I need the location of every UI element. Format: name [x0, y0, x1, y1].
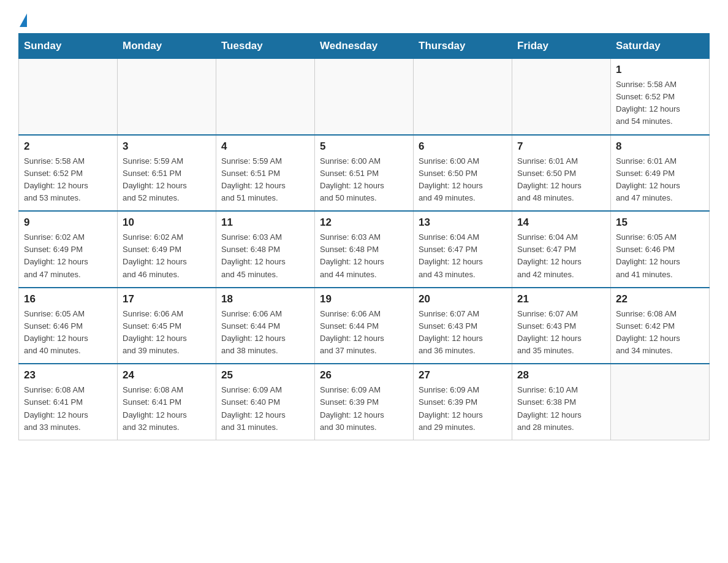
- calendar-cell: 9Sunrise: 6:02 AM Sunset: 6:49 PM Daylig…: [19, 211, 118, 288]
- header-saturday: Saturday: [611, 34, 710, 59]
- day-number: 17: [123, 293, 211, 305]
- header-thursday: Thursday: [414, 34, 512, 59]
- logo: [18, 12, 27, 27]
- calendar-cell: 21Sunrise: 6:07 AM Sunset: 6:43 PM Dayli…: [512, 288, 611, 364]
- calendar-table: SundayMondayTuesdayWednesdayThursdayFrid…: [18, 33, 710, 440]
- day-number: 9: [24, 216, 112, 229]
- logo-triangle-icon: [20, 13, 27, 27]
- day-number: 5: [320, 140, 408, 153]
- day-number: 28: [517, 369, 605, 381]
- calendar-cell: 8Sunrise: 6:01 AM Sunset: 6:49 PM Daylig…: [611, 135, 710, 212]
- header-sunday: Sunday: [19, 34, 118, 59]
- day-number: 4: [221, 140, 309, 153]
- day-number: 7: [517, 140, 605, 153]
- calendar-cell: 4Sunrise: 5:59 AM Sunset: 6:51 PM Daylig…: [216, 135, 315, 212]
- calendar-cell: 15Sunrise: 6:05 AM Sunset: 6:46 PM Dayli…: [611, 211, 710, 288]
- day-number: 24: [123, 369, 211, 381]
- calendar-cell: 1Sunrise: 5:58 AM Sunset: 6:52 PM Daylig…: [611, 59, 710, 135]
- day-number: 10: [123, 216, 211, 229]
- day-number: 26: [320, 369, 408, 381]
- calendar-cell: 19Sunrise: 6:06 AM Sunset: 6:44 PM Dayli…: [315, 288, 414, 364]
- day-info: Sunrise: 6:08 AM Sunset: 6:42 PM Dayligh…: [616, 308, 704, 358]
- day-number: 3: [123, 140, 211, 153]
- day-info: Sunrise: 6:09 AM Sunset: 6:39 PM Dayligh…: [419, 384, 507, 434]
- calendar-cell: 16Sunrise: 6:05 AM Sunset: 6:46 PM Dayli…: [19, 288, 118, 364]
- day-info: Sunrise: 6:01 AM Sunset: 6:49 PM Dayligh…: [616, 155, 704, 205]
- calendar-cell: [414, 59, 512, 135]
- day-number: 14: [517, 216, 605, 229]
- day-info: Sunrise: 6:05 AM Sunset: 6:46 PM Dayligh…: [616, 231, 704, 281]
- calendar-cell: 24Sunrise: 6:08 AM Sunset: 6:41 PM Dayli…: [118, 364, 216, 440]
- day-info: Sunrise: 6:04 AM Sunset: 6:47 PM Dayligh…: [517, 231, 605, 281]
- day-info: Sunrise: 5:58 AM Sunset: 6:52 PM Dayligh…: [24, 155, 112, 205]
- day-info: Sunrise: 6:10 AM Sunset: 6:38 PM Dayligh…: [517, 384, 605, 434]
- calendar-header-row: SundayMondayTuesdayWednesdayThursdayFrid…: [19, 34, 710, 59]
- calendar-cell: 13Sunrise: 6:04 AM Sunset: 6:47 PM Dayli…: [414, 211, 512, 288]
- day-info: Sunrise: 6:02 AM Sunset: 6:49 PM Dayligh…: [123, 231, 211, 281]
- calendar-cell: 10Sunrise: 6:02 AM Sunset: 6:49 PM Dayli…: [118, 211, 216, 288]
- day-info: Sunrise: 6:03 AM Sunset: 6:48 PM Dayligh…: [320, 231, 408, 281]
- day-number: 13: [419, 216, 507, 229]
- day-number: 27: [419, 369, 507, 381]
- day-info: Sunrise: 6:05 AM Sunset: 6:46 PM Dayligh…: [24, 308, 112, 358]
- week-row-4: 16Sunrise: 6:05 AM Sunset: 6:46 PM Dayli…: [19, 288, 710, 364]
- day-number: 18: [221, 293, 309, 305]
- day-number: 16: [24, 293, 112, 305]
- calendar-cell: 25Sunrise: 6:09 AM Sunset: 6:40 PM Dayli…: [216, 364, 315, 440]
- day-info: Sunrise: 6:07 AM Sunset: 6:43 PM Dayligh…: [419, 308, 507, 358]
- week-row-2: 2Sunrise: 5:58 AM Sunset: 6:52 PM Daylig…: [19, 135, 710, 212]
- day-number: 8: [616, 140, 704, 153]
- calendar-cell: 18Sunrise: 6:06 AM Sunset: 6:44 PM Dayli…: [216, 288, 315, 364]
- day-number: 19: [320, 293, 408, 305]
- day-info: Sunrise: 6:01 AM Sunset: 6:50 PM Dayligh…: [517, 155, 605, 205]
- day-info: Sunrise: 5:59 AM Sunset: 6:51 PM Dayligh…: [123, 155, 211, 205]
- day-number: 15: [616, 216, 704, 229]
- calendar-cell: 17Sunrise: 6:06 AM Sunset: 6:45 PM Dayli…: [118, 288, 216, 364]
- calendar-cell: 26Sunrise: 6:09 AM Sunset: 6:39 PM Dayli…: [315, 364, 414, 440]
- day-info: Sunrise: 6:06 AM Sunset: 6:44 PM Dayligh…: [221, 308, 309, 358]
- day-number: 12: [320, 216, 408, 229]
- day-number: 21: [517, 293, 605, 305]
- day-info: Sunrise: 6:06 AM Sunset: 6:44 PM Dayligh…: [320, 308, 408, 358]
- calendar-cell: [216, 59, 315, 135]
- day-info: Sunrise: 6:09 AM Sunset: 6:39 PM Dayligh…: [320, 384, 408, 434]
- day-number: 25: [221, 369, 309, 381]
- header-friday: Friday: [512, 34, 611, 59]
- calendar-cell: 22Sunrise: 6:08 AM Sunset: 6:42 PM Dayli…: [611, 288, 710, 364]
- calendar-cell: [19, 59, 118, 135]
- day-number: 11: [221, 216, 309, 229]
- calendar-cell: 14Sunrise: 6:04 AM Sunset: 6:47 PM Dayli…: [512, 211, 611, 288]
- calendar-cell: [611, 364, 710, 440]
- day-info: Sunrise: 6:09 AM Sunset: 6:40 PM Dayligh…: [221, 384, 309, 434]
- calendar-cell: 20Sunrise: 6:07 AM Sunset: 6:43 PM Dayli…: [414, 288, 512, 364]
- day-info: Sunrise: 6:06 AM Sunset: 6:45 PM Dayligh…: [123, 308, 211, 358]
- calendar-cell: 28Sunrise: 6:10 AM Sunset: 6:38 PM Dayli…: [512, 364, 611, 440]
- day-info: Sunrise: 6:03 AM Sunset: 6:48 PM Dayligh…: [221, 231, 309, 281]
- calendar-cell: [315, 59, 414, 135]
- week-row-1: 1Sunrise: 5:58 AM Sunset: 6:52 PM Daylig…: [19, 59, 710, 135]
- header-wednesday: Wednesday: [315, 34, 414, 59]
- day-info: Sunrise: 6:00 AM Sunset: 6:50 PM Dayligh…: [419, 155, 507, 205]
- header-tuesday: Tuesday: [216, 34, 315, 59]
- calendar-cell: 12Sunrise: 6:03 AM Sunset: 6:48 PM Dayli…: [315, 211, 414, 288]
- day-info: Sunrise: 6:00 AM Sunset: 6:51 PM Dayligh…: [320, 155, 408, 205]
- day-number: 6: [419, 140, 507, 153]
- day-info: Sunrise: 6:04 AM Sunset: 6:47 PM Dayligh…: [419, 231, 507, 281]
- page-header: [18, 12, 710, 27]
- day-info: Sunrise: 6:08 AM Sunset: 6:41 PM Dayligh…: [24, 384, 112, 434]
- calendar-cell: 11Sunrise: 6:03 AM Sunset: 6:48 PM Dayli…: [216, 211, 315, 288]
- calendar-cell: 3Sunrise: 5:59 AM Sunset: 6:51 PM Daylig…: [118, 135, 216, 212]
- calendar-cell: 23Sunrise: 6:08 AM Sunset: 6:41 PM Dayli…: [19, 364, 118, 440]
- day-number: 1: [616, 64, 704, 76]
- calendar-cell: [512, 59, 611, 135]
- week-row-3: 9Sunrise: 6:02 AM Sunset: 6:49 PM Daylig…: [19, 211, 710, 288]
- day-number: 23: [24, 369, 112, 381]
- day-info: Sunrise: 5:58 AM Sunset: 6:52 PM Dayligh…: [616, 79, 704, 128]
- calendar-cell: 6Sunrise: 6:00 AM Sunset: 6:50 PM Daylig…: [414, 135, 512, 212]
- day-info: Sunrise: 6:07 AM Sunset: 6:43 PM Dayligh…: [517, 308, 605, 358]
- header-monday: Monday: [118, 34, 216, 59]
- day-info: Sunrise: 6:08 AM Sunset: 6:41 PM Dayligh…: [123, 384, 211, 434]
- day-number: 22: [616, 293, 704, 305]
- week-row-5: 23Sunrise: 6:08 AM Sunset: 6:41 PM Dayli…: [19, 364, 710, 440]
- calendar-cell: 2Sunrise: 5:58 AM Sunset: 6:52 PM Daylig…: [19, 135, 118, 212]
